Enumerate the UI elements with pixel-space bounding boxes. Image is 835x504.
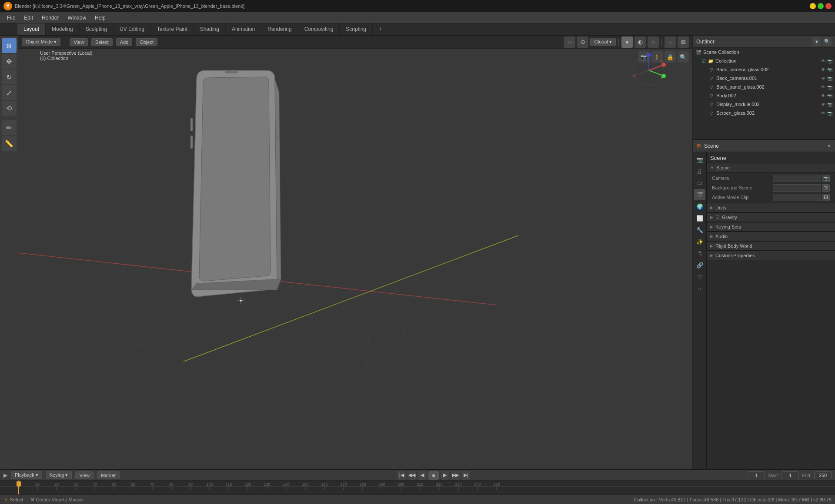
stop-button[interactable]: ■ <box>428 471 439 480</box>
mesh5-vis-icon[interactable]: 👁 <box>821 111 825 116</box>
prop-icon-render[interactable]: 📷 <box>694 154 705 165</box>
tool-annotate[interactable]: ✏ <box>2 120 17 135</box>
maximize-button[interactable] <box>818 3 824 9</box>
camera-value[interactable] <box>773 175 821 182</box>
vp-shading-rendered[interactable]: ○ <box>648 36 659 48</box>
vp-overlay-toggle[interactable]: ≡ <box>665 36 676 48</box>
tool-cursor[interactable]: ⊕ <box>2 38 17 53</box>
mesh0-vis-icon[interactable]: 👁 <box>821 67 825 72</box>
prop-icon-particles[interactable]: ✨ <box>694 236 705 247</box>
tab-texture-paint[interactable]: Texture Paint <box>151 23 194 35</box>
mesh0-render-icon[interactable]: 📷 <box>827 67 832 72</box>
outliner-scene-collection[interactable]: 🎬 Scene Collection <box>693 48 835 56</box>
prop-icon-output[interactable]: 🖨 <box>694 166 705 177</box>
outliner-item-5[interactable]: ▽ Screen_glass.002 👁 📷 <box>693 109 835 117</box>
outliner-item-0[interactable]: ▽ Back_camera_glass.002 👁 📷 <box>693 65 835 74</box>
section-keying-sets-header[interactable]: ▶ Keying Sets <box>707 222 835 232</box>
timeline-marker-menu[interactable]: Marker <box>97 471 120 479</box>
section-custom-props-header[interactable]: ▶ Custom Properties <box>707 251 835 260</box>
mesh5-render-icon[interactable]: 📷 <box>827 111 832 116</box>
vp-shading-material[interactable]: ◐ <box>635 36 646 48</box>
end-frame-input[interactable]: 250 <box>814 471 832 479</box>
menu-help[interactable]: Help <box>91 14 109 22</box>
mesh2-render-icon[interactable]: 📷 <box>827 85 832 90</box>
menu-edit[interactable]: Edit <box>20 14 37 22</box>
step-forward-button[interactable]: ▶▶ <box>451 471 460 480</box>
object-mode-selector[interactable]: Object Mode <box>22 38 60 46</box>
section-units-header[interactable]: ▶ Units <box>707 203 835 212</box>
playback-menu[interactable]: Playback <box>11 471 42 479</box>
prop-icon-view-layer[interactable]: 🗂 <box>694 177 705 189</box>
current-frame-input[interactable]: 1 <box>748 471 765 479</box>
camera-browse-icon[interactable]: 📷 <box>822 175 830 182</box>
tool-move[interactable]: ✥ <box>2 54 17 69</box>
section-gravity-header[interactable]: ▶ ☑ Gravity <box>707 212 835 222</box>
vp-add-menu[interactable]: Add <box>116 38 133 46</box>
prop-icon-scene[interactable]: 🎬 <box>694 189 705 200</box>
outliner-item-2[interactable]: ▽ Back_panel_glass.002 👁 📷 <box>693 83 835 91</box>
mesh1-render-icon[interactable]: 📷 <box>827 76 832 81</box>
gravity-checkbox[interactable]: ☑ <box>715 215 720 220</box>
vp-search-icon[interactable]: 🔍 <box>678 51 689 63</box>
collection-render-icon[interactable]: 📷 <box>827 59 832 63</box>
outliner-search-icon[interactable]: 🔍 <box>823 37 832 46</box>
outliner-item-3[interactable]: ▽ Body.002 👁 📷 <box>693 91 835 100</box>
properties-filter[interactable]: ▼ <box>827 143 832 149</box>
tab-uv-editing[interactable]: UV Editing <box>114 23 151 35</box>
active-movie-clip-browse-icon[interactable]: 🎞 <box>822 194 830 201</box>
tab-compositing[interactable]: Compositing <box>298 23 340 35</box>
prop-icon-constraints[interactable]: 🔗 <box>694 259 705 271</box>
jump-start-button[interactable]: |◀ <box>397 471 406 480</box>
vp-view-menu[interactable]: View <box>70 38 88 46</box>
outliner-item-1[interactable]: ▽ Back_cameras.001 👁 📷 <box>693 74 835 83</box>
viewport-3d[interactable]: Object Mode View Select Add Object ⊹ ⊙ G… <box>18 36 692 469</box>
vp-object-menu[interactable]: Object <box>136 38 157 46</box>
prop-icon-material[interactable]: ○ <box>694 283 705 294</box>
prop-icon-world[interactable]: 🌍 <box>694 201 705 212</box>
keying-menu[interactable]: Keying <box>46 471 72 479</box>
play-back-button[interactable]: ◀ <box>418 471 427 480</box>
tab-modeling[interactable]: Modeling <box>46 23 80 35</box>
section-audio-header[interactable]: ▶ Audio <box>707 232 835 241</box>
tab-sculpting[interactable]: Sculpting <box>80 23 114 35</box>
mesh4-render-icon[interactable]: 📷 <box>827 102 832 107</box>
background-scene-value[interactable] <box>773 184 821 192</box>
mesh3-render-icon[interactable]: 📷 <box>827 93 832 98</box>
mesh1-vis-icon[interactable]: 👁 <box>821 76 825 81</box>
outliner-item-4[interactable]: ▽ Display_module.002 👁 📷 <box>693 100 835 109</box>
collection-visibility-icon[interactable]: 👁 <box>821 59 825 63</box>
window-controls[interactable] <box>810 3 832 9</box>
tab-scripting[interactable]: Scripting <box>340 23 373 35</box>
outliner-filter-icon[interactable]: ▼ <box>812 37 821 46</box>
background-scene-browse-icon[interactable]: 🎬 <box>822 184 830 192</box>
tab-shading[interactable]: Shading <box>194 23 226 35</box>
vp-shading-solid[interactable]: ● <box>621 36 633 48</box>
vp-select-menu[interactable]: Select <box>91 38 113 46</box>
section-scene-header[interactable]: ▼ Scene <box>707 163 835 172</box>
mesh2-vis-icon[interactable]: 👁 <box>821 85 825 90</box>
section-rigid-body-header[interactable]: ▶ Rigid Body World <box>707 241 835 251</box>
jump-end-button[interactable]: ▶| <box>461 471 470 480</box>
outliner-collection[interactable]: ☑ 📁 Collection 👁 📷 <box>693 56 835 65</box>
mesh4-vis-icon[interactable]: 👁 <box>821 102 825 107</box>
tab-layout[interactable]: Layout <box>17 23 46 35</box>
tool-rotate[interactable]: ↻ <box>2 70 17 84</box>
play-forward-button[interactable]: ▶ <box>441 471 449 480</box>
prop-icon-data[interactable]: ▽ <box>694 271 705 282</box>
mesh3-vis-icon[interactable]: 👁 <box>821 93 825 98</box>
tool-transform[interactable]: ⟲ <box>2 101 17 116</box>
timeline-view-menu[interactable]: View <box>75 471 94 479</box>
prop-icon-physics[interactable]: ⚗ <box>694 248 705 259</box>
active-movie-clip-value[interactable] <box>773 194 821 201</box>
tool-measure[interactable]: 📏 <box>2 136 17 151</box>
tab-rendering[interactable]: Rendering <box>261 23 298 35</box>
vp-xray-toggle[interactable]: ⊠ <box>678 36 689 48</box>
vp-proportional-toggle[interactable]: ⊙ <box>577 36 588 48</box>
vp-snap-toggle[interactable]: ⊹ <box>564 36 575 48</box>
start-frame-input[interactable]: 1 <box>782 471 799 479</box>
menu-file[interactable]: File <box>3 14 19 22</box>
tool-scale[interactable]: ⤢ <box>2 85 17 100</box>
timeline-ruler-area[interactable]: 1 10 20 30 40 50 60 70 80 90 100 110 120 <box>0 481 835 494</box>
navigation-gizmo[interactable]: X Y Z <box>631 53 666 88</box>
collection-checkbox[interactable]: ☑ <box>701 58 706 64</box>
